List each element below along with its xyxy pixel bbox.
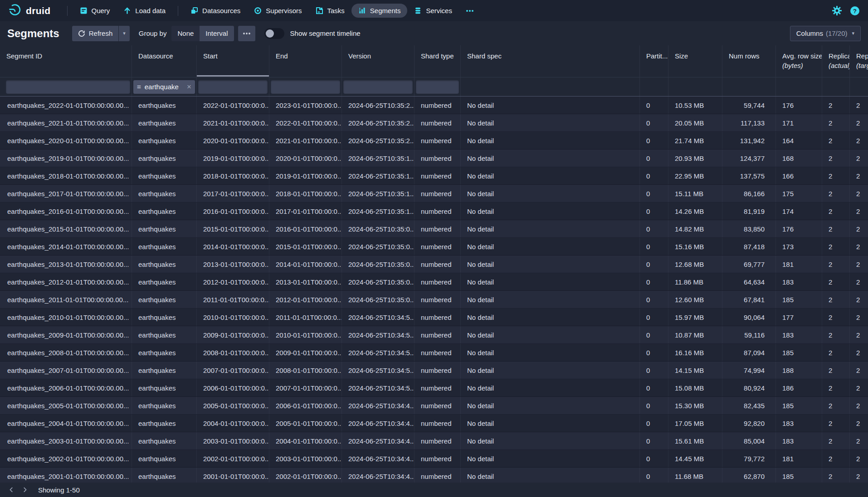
nav-item-segments[interactable]: Segments	[351, 4, 408, 18]
cell-datasource: earthquakes	[132, 273, 196, 290]
table-row[interactable]: earthquakes_2016-01-01T00:00:00.00...ear…	[0, 203, 868, 220]
nav-item-query[interactable]: Query	[73, 4, 117, 18]
cell-end: 2008-01-01T00:00:0...	[269, 362, 341, 379]
filter-input-shard_type[interactable]	[416, 80, 459, 94]
cell-end: 2019-01-01T00:00:0...	[269, 167, 341, 184]
refresh-dropdown-button[interactable]: ▾	[119, 26, 130, 41]
filter-input-end[interactable]	[271, 80, 340, 94]
next-page-button[interactable]	[18, 484, 32, 496]
table-row[interactable]: earthquakes_2009-01-01T00:00:00.00...ear…	[0, 326, 868, 344]
cell-text: 12.60 MB	[675, 296, 704, 304]
cell-end: 2013-01-01T00:00:0...	[269, 273, 341, 290]
table-row[interactable]: earthquakes_2018-01-01T00:00:00.00...ear…	[0, 167, 868, 185]
cell-text: 2	[856, 455, 860, 463]
cell-start: 2021-01-01T00:00:0...	[196, 114, 269, 131]
cell-shard_type: numbered	[414, 397, 460, 414]
group-by-option-none[interactable]: None	[171, 26, 200, 41]
cell-start: 2020-01-01T00:00:0...	[196, 132, 269, 149]
column-header-segment_id[interactable]: Segment ID	[0, 45, 132, 77]
druid-logo[interactable]: druid	[8, 3, 51, 19]
datasources-icon	[190, 7, 198, 14]
column-header-avg_row_size[interactable]: Avg. row size(bytes)	[775, 45, 822, 77]
cell-shard_type: numbered	[414, 309, 460, 326]
cell-num_rows: 67,841	[722, 291, 775, 308]
cell-text: earthquakes	[138, 137, 176, 145]
nav-item-more[interactable]	[459, 6, 481, 15]
nav-item-supervisors[interactable]: Supervisors	[247, 4, 308, 18]
cell-text: 166	[782, 172, 794, 180]
cell-avg_row_size: 186	[775, 379, 822, 396]
cell-version: 2024-06-25T10:34:4...	[341, 415, 414, 432]
table-row[interactable]: earthquakes_2017-01-01T00:00:00.00...ear…	[0, 185, 868, 203]
cell-version: 2024-06-25T10:34:4...	[341, 432, 414, 449]
cell-text: 183	[782, 331, 794, 339]
table-row[interactable]: earthquakes_2019-01-01T00:00:00.00...ear…	[0, 150, 868, 167]
table-row[interactable]: earthquakes_2004-01-01T00:00:00.00...ear…	[0, 415, 868, 432]
table-row[interactable]: earthquakes_2014-01-01T00:00:00.00...ear…	[0, 238, 868, 256]
cell-version: 2024-06-25T10:34:5...	[341, 309, 414, 326]
table-row[interactable]: earthquakes_2006-01-01T00:00:00.00...ear…	[0, 379, 868, 397]
cell-text: 0	[646, 278, 650, 286]
table-row[interactable]: earthquakes_2007-01-01T00:00:00.00...ear…	[0, 362, 868, 379]
cell-text: 2	[856, 207, 860, 215]
table-row[interactable]: earthquakes_2011-01-01T00:00:00.00...ear…	[0, 291, 868, 309]
table-row[interactable]: earthquakes_2003-01-01T00:00:00.00...ear…	[0, 432, 868, 450]
cell-num_rows: 82,435	[722, 397, 775, 414]
table-row[interactable]: earthquakes_2020-01-01T00:00:00.00...ear…	[0, 132, 868, 150]
help-icon[interactable]: ?	[850, 6, 860, 16]
cell-text: 2014-01-01T00:00:0...	[203, 243, 269, 251]
filter-input-version[interactable]	[343, 80, 413, 94]
settings-gear-icon[interactable]	[832, 6, 842, 15]
filter-cell-end	[269, 77, 341, 96]
column-header-num_rows[interactable]: Num rows	[722, 45, 775, 77]
datasource-filter-tag[interactable]: =earthquake×	[133, 80, 195, 94]
column-header-partition[interactable]: Partit...	[639, 45, 668, 77]
column-header-start[interactable]: Start	[196, 45, 269, 77]
cell-text: 185	[782, 473, 794, 480]
table-row[interactable]: earthquakes_2001-01-01T00:00:00.00...ear…	[0, 468, 868, 483]
columns-picker-button[interactable]: Columns (17/20) ▾	[790, 26, 861, 41]
nav-item-datasources[interactable]: Datasources	[184, 4, 247, 18]
column-header-end[interactable]: End	[269, 45, 341, 77]
filter-cell-datasource: =earthquake×	[132, 77, 196, 96]
filter-input-segment_id[interactable]	[6, 80, 130, 94]
cell-size: 14.82 MB	[668, 220, 722, 237]
more-options-button[interactable]	[238, 26, 255, 41]
cell-replication_factor: 2	[849, 309, 868, 326]
columns-count: (17/20)	[826, 29, 848, 37]
refresh-button[interactable]: Refresh	[72, 26, 119, 41]
column-header-version[interactable]: Version	[341, 45, 414, 77]
cell-datasource: earthquakes	[132, 326, 196, 343]
table-row[interactable]: earthquakes_2010-01-01T00:00:00.00...ear…	[0, 309, 868, 326]
column-header-datasource[interactable]: Datasource	[132, 45, 196, 77]
segment-timeline-toggle[interactable]	[264, 28, 284, 39]
table-row[interactable]: earthquakes_2012-01-01T00:00:00.00...ear…	[0, 273, 868, 291]
column-header-shard_spec[interactable]: Shard spec	[460, 45, 639, 77]
table-row[interactable]: earthquakes_2021-01-01T00:00:00.00...ear…	[0, 114, 868, 132]
table-row[interactable]: earthquakes_2005-01-01T00:00:00.00...ear…	[0, 397, 868, 415]
filter-input-start[interactable]	[198, 80, 268, 94]
cell-shard_spec: No detail	[460, 185, 639, 202]
column-header-replicas[interactable]: Replicas(actual)	[822, 45, 849, 77]
cell-end: 2021-01-01T00:00:0...	[269, 132, 341, 149]
table-row[interactable]: earthquakes_2013-01-01T00:00:00.00...ear…	[0, 256, 868, 273]
table-row[interactable]: earthquakes_2008-01-01T00:00:00.00...ear…	[0, 344, 868, 362]
remove-filter-icon[interactable]: ×	[187, 83, 191, 91]
cell-start: 2018-01-01T00:00:0...	[196, 167, 269, 184]
cell-size: 20.93 MB	[668, 150, 722, 167]
table-row[interactable]: earthquakes_2002-01-01T00:00:00.00...ear…	[0, 450, 868, 468]
column-header-replication_factor[interactable]: Replication factor(target)	[849, 45, 868, 77]
previous-page-button[interactable]	[5, 484, 18, 496]
cell-text: numbered	[421, 314, 452, 321]
nav-item-tasks[interactable]: Tasks	[309, 4, 351, 18]
group-by-option-interval[interactable]: Interval	[200, 26, 234, 41]
column-header-shard_type[interactable]: Shard type	[414, 45, 460, 77]
cell-end: 2010-01-01T00:00:0...	[269, 326, 341, 343]
cell-replication_factor: 2	[849, 450, 868, 467]
table-row[interactable]: earthquakes_2015-01-01T00:00:00.00...ear…	[0, 220, 868, 238]
nav-item-load-data[interactable]: Load data	[117, 4, 172, 18]
nav-item-services[interactable]: Services	[407, 4, 459, 18]
column-header-size[interactable]: Size	[668, 45, 722, 77]
table-row[interactable]: earthquakes_2022-01-01T00:00:00.00...ear…	[0, 97, 868, 114]
filter-cell-shard_spec	[460, 77, 639, 96]
